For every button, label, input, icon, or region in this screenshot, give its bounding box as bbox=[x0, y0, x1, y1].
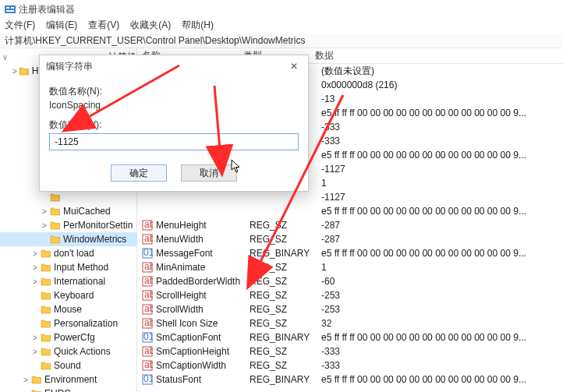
app-icon bbox=[5, 4, 16, 15]
tree-item[interactable]: > EUDC bbox=[0, 387, 136, 392]
list-row[interactable]: -1127 bbox=[137, 190, 563, 204]
chevron-icon[interactable] bbox=[31, 320, 39, 328]
value-name-label: 数值名称(N): bbox=[49, 85, 299, 98]
chevron-icon[interactable] bbox=[31, 362, 39, 370]
tree-item[interactable]: Mouse bbox=[0, 302, 136, 316]
tree-item[interactable]: WindowMetrics bbox=[0, 232, 136, 246]
tree-item[interactable]: Sound bbox=[0, 358, 136, 373]
tree-item[interactable]: > don't load bbox=[0, 246, 136, 260]
value-data: 32 bbox=[321, 318, 563, 329]
value-data: -333 bbox=[321, 346, 563, 357]
value-type: REG_SZ bbox=[250, 360, 321, 371]
value-data: 1 bbox=[321, 178, 563, 189]
value-type: REG_SZ bbox=[250, 276, 321, 287]
tree-item[interactable]: Keyboard bbox=[0, 288, 136, 302]
value-data: -287 bbox=[321, 220, 563, 231]
chevron-icon[interactable] bbox=[31, 305, 39, 314]
tree-item-label: WindowMetrics bbox=[63, 234, 126, 245]
tree-item-label: Quick Actions bbox=[54, 346, 111, 357]
tree-item[interactable]: > PowerCfg bbox=[0, 330, 136, 344]
list-row[interactable]: PaddedBorderWidth REG_SZ -60 bbox=[137, 274, 563, 288]
window-titlebar: 注册表编辑器 bbox=[0, 0, 563, 19]
tree-item[interactable]: Personalization bbox=[0, 316, 136, 330]
value-data: e5 ff ff ff 00 00 00 00 00 00 00 00 00 0… bbox=[321, 150, 563, 161]
window-title: 注册表编辑器 bbox=[19, 3, 75, 16]
value-type: REG_BINARY bbox=[250, 248, 321, 259]
tree-item[interactable]: > Input Method bbox=[0, 260, 136, 274]
tree-item-label: Mouse bbox=[54, 304, 82, 315]
value-type: REG_SZ bbox=[250, 220, 321, 231]
dialog-title: 编辑字符串 bbox=[46, 60, 286, 73]
string-value-icon bbox=[142, 304, 153, 315]
list-row[interactable]: MinAnimate REG_SZ 1 bbox=[137, 260, 563, 274]
value-name: SmCaptionFont bbox=[156, 332, 250, 343]
chevron-icon[interactable]: > bbox=[41, 221, 48, 230]
list-row[interactable]: ScrollWidth REG_SZ -253 bbox=[137, 302, 563, 316]
chevron-icon[interactable]: > bbox=[31, 334, 39, 342]
tree-item[interactable]: > International bbox=[0, 274, 136, 288]
list-row[interactable]: e5 ff ff ff 00 00 00 00 00 00 00 00 00 0… bbox=[137, 204, 563, 218]
menu-help[interactable]: 帮助(H) bbox=[182, 19, 214, 34]
list-row[interactable]: MenuWidth REG_SZ -287 bbox=[137, 232, 563, 246]
chevron-icon[interactable] bbox=[41, 193, 48, 202]
value-type: REG_SZ bbox=[250, 262, 321, 273]
tree-item-label: MuiCached bbox=[63, 206, 111, 217]
menu-file[interactable]: 文件(F) bbox=[5, 19, 35, 34]
value-data: -1127 bbox=[321, 192, 563, 203]
value-name: MenuWidth bbox=[156, 234, 250, 245]
binary-value-icon bbox=[142, 248, 153, 259]
chevron-icon[interactable]: > bbox=[31, 277, 39, 286]
list-row[interactable]: MessageFont REG_BINARY e5 ff ff ff 00 00… bbox=[137, 246, 563, 260]
value-name: SmCaptionHeight bbox=[156, 346, 250, 357]
chevron-icon[interactable] bbox=[41, 235, 48, 244]
menu-edit[interactable]: 编辑(E) bbox=[46, 19, 77, 34]
edit-string-dialog: 编辑字符串 ✕ 数值名称(N): IconSpacing 数值数据(V): 确定… bbox=[39, 55, 309, 192]
tree-item[interactable]: > Quick Actions bbox=[0, 344, 136, 358]
tree-item-label: PowerCfg bbox=[54, 332, 95, 343]
chevron-icon[interactable]: > bbox=[31, 249, 39, 258]
list-row[interactable]: Shell Icon Size REG_SZ 32 bbox=[137, 316, 563, 330]
value-data: -253 bbox=[321, 304, 563, 315]
value-name: MessageFont bbox=[156, 248, 250, 259]
value-data: -287 bbox=[321, 234, 563, 245]
tree-item-label: Environment bbox=[44, 374, 97, 385]
chevron-icon[interactable]: > bbox=[41, 207, 48, 216]
tree-item-label: don't load bbox=[54, 248, 94, 259]
string-value-icon bbox=[142, 276, 153, 287]
list-row[interactable]: ScrollHeight REG_SZ -253 bbox=[137, 288, 563, 302]
mouse-cursor-icon bbox=[231, 159, 242, 173]
string-value-icon bbox=[142, 346, 153, 357]
value-data-input[interactable] bbox=[49, 133, 299, 150]
list-row[interactable]: MenuHeight REG_SZ -287 bbox=[137, 218, 563, 232]
chevron-icon[interactable]: > bbox=[22, 390, 30, 393]
chevron-icon[interactable] bbox=[31, 291, 39, 300]
cancel-button[interactable]: 取消 bbox=[181, 164, 237, 182]
tree-item[interactable]: > MuiCached bbox=[0, 204, 136, 218]
list-row[interactable]: SmCaptionFont REG_BINARY e5 ff ff ff 00 … bbox=[137, 330, 563, 344]
value-data: e5 ff ff ff 00 00 00 00 00 00 00 00 00 0… bbox=[321, 108, 563, 118]
value-data: -333 bbox=[321, 360, 563, 371]
string-value-icon bbox=[142, 234, 153, 245]
list-row[interactable]: SmCaptionHeight REG_SZ -333 bbox=[137, 344, 563, 358]
tree-item[interactable]: > PerMonitorSettin bbox=[0, 218, 136, 232]
tree-item[interactable] bbox=[0, 190, 136, 204]
value-data: 0x000000d8 (216) bbox=[321, 79, 563, 90]
chevron-icon[interactable]: > bbox=[12, 67, 17, 76]
value-type: REG_BINARY bbox=[250, 374, 321, 385]
value-data: e5 ff ff ff 00 00 00 00 00 00 00 00 00 0… bbox=[321, 374, 563, 385]
chevron-icon[interactable]: > bbox=[31, 263, 39, 272]
value-data: -333 bbox=[321, 136, 563, 147]
address-bar[interactable]: 计算机\HKEY_CURRENT_USER\Control Panel\Desk… bbox=[0, 34, 563, 48]
chevron-icon[interactable]: > bbox=[31, 348, 39, 356]
list-row[interactable]: SmCaptionWidth REG_SZ -333 bbox=[137, 358, 563, 373]
list-row[interactable]: StatusFont REG_BINARY e5 ff ff ff 00 00 … bbox=[137, 373, 563, 387]
menubar: 文件(F) 编辑(E) 查看(V) 收藏夹(A) 帮助(H) bbox=[0, 19, 563, 34]
tree-item-label: PerMonitorSettin bbox=[63, 220, 133, 231]
close-icon[interactable]: ✕ bbox=[286, 61, 302, 72]
col-header-data[interactable]: 数据 bbox=[310, 49, 563, 62]
chevron-icon[interactable]: > bbox=[22, 376, 30, 384]
menu-favorites[interactable]: 收藏夹(A) bbox=[130, 19, 171, 34]
ok-button[interactable]: 确定 bbox=[111, 164, 167, 182]
tree-item[interactable]: > Environment bbox=[0, 373, 136, 387]
menu-view[interactable]: 查看(V) bbox=[88, 19, 119, 34]
